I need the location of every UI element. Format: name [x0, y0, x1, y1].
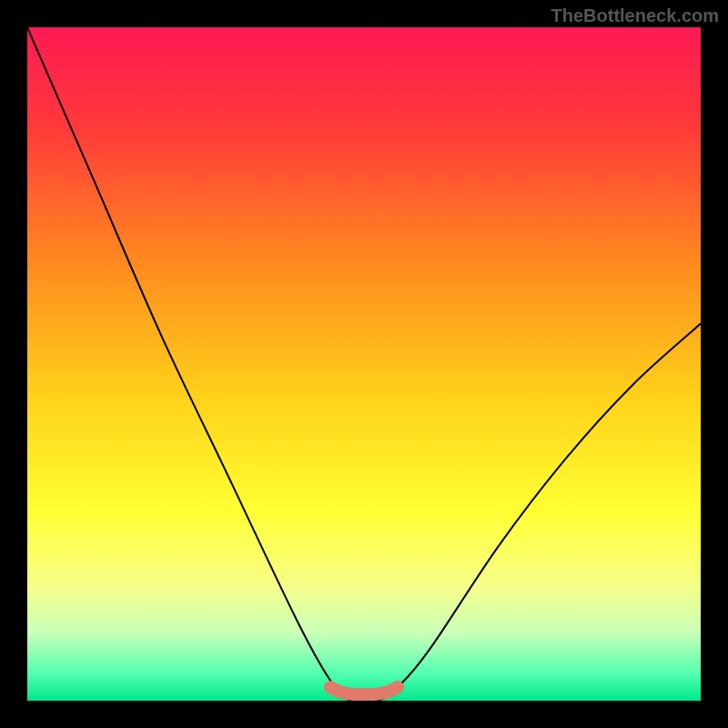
minimum-plateau-highlight	[330, 687, 398, 694]
bottleneck-curve	[27, 27, 701, 701]
chart-container: TheBottleneck.com	[0, 0, 728, 728]
watermark-text: TheBottleneck.com	[551, 5, 719, 26]
plot-area	[27, 27, 701, 701]
curve-layer	[27, 27, 701, 701]
